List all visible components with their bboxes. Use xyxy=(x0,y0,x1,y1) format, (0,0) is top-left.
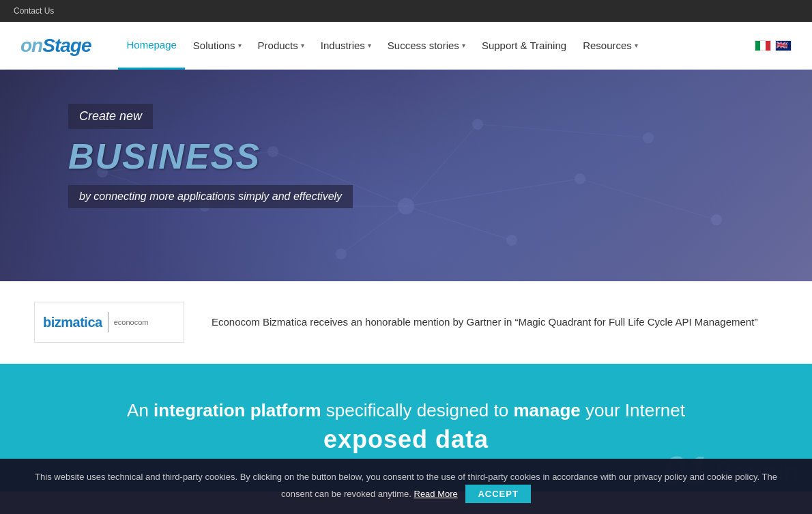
language-flags: 🇬🇧 xyxy=(755,40,792,51)
logo[interactable]: onStage xyxy=(20,35,91,57)
chevron-down-icon: ▾ xyxy=(368,42,371,49)
top-bar: Contact Us xyxy=(0,0,812,22)
news-section: bizmatica econocom Econocom Bizmatica re… xyxy=(0,281,812,364)
flag-italian[interactable] xyxy=(755,40,771,51)
integration-text-an: An xyxy=(127,400,154,420)
integration-text-platform: integration platform xyxy=(154,400,321,420)
read-more-link[interactable]: Read More xyxy=(414,489,458,499)
contact-us-link[interactable]: Contact Us xyxy=(14,6,54,16)
nav-item-support-training[interactable]: Support & Training xyxy=(474,22,575,70)
nav-item-success-stories[interactable]: Success stories ▾ xyxy=(379,22,474,70)
hero-section: Create new BUSINESS by connecting more a… xyxy=(0,70,812,281)
integration-text-exposed-data: exposed data xyxy=(323,425,489,453)
logo-text: onStage xyxy=(20,35,91,57)
nav-item-resources[interactable]: Resources ▾ xyxy=(575,22,646,70)
integration-text-your-internet: your Internet xyxy=(581,400,685,420)
bizmatica-logo: bizmatica econocom xyxy=(34,302,184,343)
integration-text: An integration platform specifically des… xyxy=(99,398,713,457)
nav-item-solutions[interactable]: Solutions ▾ xyxy=(185,22,250,70)
nav-item-industries[interactable]: Industries ▾ xyxy=(313,22,379,70)
flag-english[interactable]: 🇬🇧 xyxy=(775,40,792,51)
biz-sub-text: econocom xyxy=(114,317,149,327)
nav-item-products[interactable]: Products ▾ xyxy=(250,22,313,70)
nav-links: Homepage Solutions ▾ Products ▾ Industri… xyxy=(118,22,755,70)
navbar: onStage Homepage Solutions ▾ Products ▾ … xyxy=(0,22,812,70)
accept-cookie-button[interactable]: ACCEPT xyxy=(465,485,530,503)
news-logo: bizmatica econocom xyxy=(34,302,184,343)
nav-item-homepage[interactable]: Homepage xyxy=(118,22,184,70)
chevron-down-icon: ▾ xyxy=(238,42,242,49)
logo-separator xyxy=(108,312,108,332)
biz-name-text: bizmatica xyxy=(43,315,102,330)
integration-text-designed: specifically designed to xyxy=(321,400,514,420)
news-text: Econocom Bizmatica receives an honorable… xyxy=(212,315,757,330)
hero-tag: Create new xyxy=(68,104,153,129)
cookie-text: This website uses technical and third-pa… xyxy=(35,472,777,499)
chevron-down-icon: ▾ xyxy=(301,42,304,49)
hero-content: Create new BUSINESS by connecting more a… xyxy=(0,70,812,242)
chevron-down-icon: ▾ xyxy=(635,42,638,49)
chevron-down-icon: ▾ xyxy=(462,42,465,49)
cookie-banner: This website uses technical and third-pa… xyxy=(0,459,812,514)
hero-subtitle: by connecting more applications simply a… xyxy=(68,185,353,208)
hero-title: BUSINESS xyxy=(68,136,744,177)
integration-text-manage: manage xyxy=(513,400,580,420)
